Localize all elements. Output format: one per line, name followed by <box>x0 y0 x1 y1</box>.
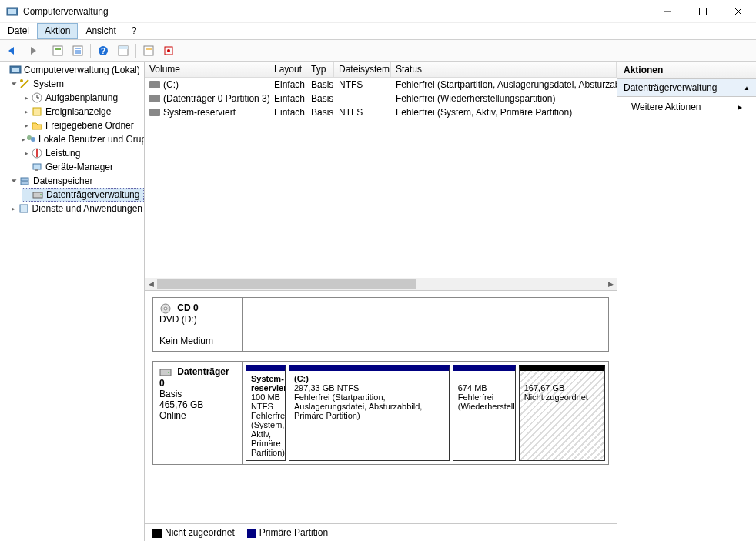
computer-icon <box>9 64 22 76</box>
separator <box>45 44 45 58</box>
toolbar-btn-4[interactable] <box>139 42 158 59</box>
col-typ[interactable]: Typ <box>306 62 334 77</box>
svg-rect-32 <box>35 169 38 171</box>
menu-datei[interactable]: Datei <box>0 23 37 39</box>
menu-help[interactable]: ? <box>124 23 145 39</box>
folder-share-icon <box>31 119 43 132</box>
svg-rect-7 <box>55 48 61 50</box>
toolbar-btn-5[interactable] <box>159 42 178 59</box>
svg-rect-31 <box>33 164 41 169</box>
tree-ereignisanzeige[interactable]: ▸Ereignisanzeige <box>22 105 144 119</box>
app-icon <box>6 5 18 18</box>
clock-icon <box>31 92 43 104</box>
tree-datenspeicher[interactable]: ⏷ Datenspeicher <box>9 174 144 188</box>
svg-rect-34 <box>21 182 28 185</box>
svg-point-39 <box>164 307 167 310</box>
disk-label: CD 0 DVD (D:) Kein Medium <box>153 298 243 351</box>
chevron-right-icon: ▶ <box>738 104 742 111</box>
drive-icon <box>149 109 160 116</box>
col-status[interactable]: Status <box>391 62 617 77</box>
collapse-icon: ▲ <box>744 85 750 92</box>
svg-rect-1 <box>8 9 16 14</box>
toolbar-btn-1[interactable] <box>49 42 67 59</box>
device-icon <box>31 161 43 173</box>
partition-unallocated[interactable]: 167,67 GBNicht zugeordnet <box>519 365 605 461</box>
svg-rect-26 <box>33 108 41 115</box>
minimize-button[interactable] <box>650 0 685 23</box>
separator <box>135 44 136 58</box>
back-button[interactable] <box>3 42 22 59</box>
actions-more[interactable]: Weitere Aktionen ▶ <box>617 97 756 117</box>
svg-point-19 <box>167 49 170 52</box>
volume-row[interactable]: System-reserviert Einfach Basis NTFS Feh… <box>145 105 617 119</box>
disk-0[interactable]: Datenträger 0 Basis 465,76 GB Online Sys… <box>152 361 609 465</box>
legend: Nicht zugeordnet Primäre Partition <box>145 523 617 541</box>
disk-partitions: System-reserviert100 MB NTFSFehlerfrei (… <box>243 362 608 464</box>
svg-rect-3 <box>700 8 707 15</box>
tree-root[interactable]: ▾ Computerverwaltung (Lokal) <box>0 63 144 77</box>
disk-label: Datenträger 0 Basis 465,76 GB Online <box>153 362 243 464</box>
col-fs[interactable]: Dateisystem <box>334 62 391 77</box>
forward-button[interactable] <box>23 42 42 59</box>
users-icon <box>25 133 36 145</box>
close-button[interactable] <box>721 0 756 23</box>
event-icon <box>31 105 43 118</box>
col-volume[interactable]: Volume <box>145 62 269 77</box>
help-button[interactable]: ? <box>94 42 112 59</box>
swatch-navy <box>247 529 256 538</box>
svg-point-22 <box>20 79 23 82</box>
volume-row[interactable]: (Datenträger 0 Partition 3) Einfach Basi… <box>145 92 617 105</box>
svg-rect-17 <box>146 48 152 50</box>
titlebar: Computerverwaltung <box>0 0 756 23</box>
center-pane: Volume Layout Typ Dateisystem Status (C:… <box>145 62 617 541</box>
tree-aufgabenplanung[interactable]: ▸Aufgabenplanung <box>22 91 144 105</box>
menu-aktion[interactable]: Aktion <box>37 23 78 39</box>
tree-benutzer[interactable]: ▸Lokale Benutzer und Gruppen <box>22 132 144 146</box>
main-area: ▾ Computerverwaltung (Lokal) ⏷ System ▸A… <box>0 62 756 541</box>
partition-system-reserved[interactable]: System-reserviert100 MB NTFSFehlerfrei (… <box>246 365 286 461</box>
partition-c[interactable]: (C:)297,33 GB NTFSFehlerfrei (Startparti… <box>289 365 450 461</box>
disk-partitions <box>243 298 608 351</box>
storage-icon <box>18 175 31 187</box>
toolbar: ? <box>0 40 756 62</box>
svg-rect-37 <box>20 205 28 212</box>
performance-icon <box>31 147 43 159</box>
svg-text:?: ? <box>101 47 105 55</box>
col-layout[interactable]: Layout <box>269 62 306 77</box>
legend-primary: Primäre Partition <box>247 527 328 538</box>
tree-datentraegerverwaltung[interactable]: ▸Datenträgerverwaltung <box>22 188 144 202</box>
hdd-icon <box>159 367 172 378</box>
svg-point-41 <box>168 372 169 373</box>
horizontal-scrollbar[interactable]: ◀ ▶ <box>145 278 617 290</box>
separator <box>90 44 91 58</box>
maximize-button[interactable] <box>685 0 721 23</box>
tree-geraete[interactable]: ▸Geräte-Manager <box>22 160 144 174</box>
svg-rect-16 <box>144 46 153 55</box>
disk-cd0[interactable]: CD 0 DVD (D:) Kein Medium <box>152 297 609 352</box>
drive-icon <box>149 95 160 102</box>
svg-rect-21 <box>12 68 19 72</box>
svg-rect-15 <box>119 46 128 49</box>
svg-point-28 <box>31 137 35 142</box>
drive-icon <box>149 81 160 88</box>
cd-icon <box>159 303 172 314</box>
disk-mgmt-icon <box>32 189 44 201</box>
volume-row[interactable]: (C:) Einfach Basis NTFS Fehlerfrei (Star… <box>145 78 617 92</box>
navigation-tree[interactable]: ▾ Computerverwaltung (Lokal) ⏷ System ▸A… <box>0 62 145 541</box>
tree-freigabe[interactable]: ▸Freigegebene Ordner <box>22 119 144 132</box>
actions-section[interactable]: Datenträgerverwaltung ▲ <box>617 79 756 97</box>
partition-recovery[interactable]: 674 MBFehlerfrei (Wiederherstellungspart… <box>453 365 516 461</box>
tools-icon <box>18 78 31 90</box>
toolbar-btn-2[interactable] <box>69 42 87 59</box>
disk-graphical-pane: CD 0 DVD (D:) Kein Medium Datenträger 0 … <box>145 291 617 523</box>
tree-leistung[interactable]: ▸Leistung <box>22 146 144 160</box>
toolbar-btn-3[interactable] <box>114 42 132 59</box>
svg-point-36 <box>40 194 42 195</box>
tree-system[interactable]: ⏷ System <box>9 77 144 91</box>
swatch-black <box>152 529 162 538</box>
actions-pane: Aktionen Datenträgerverwaltung ▲ Weitere… <box>617 62 756 541</box>
tree-dienste[interactable]: ▸Dienste und Anwendungen <box>9 202 144 215</box>
menu-ansicht[interactable]: Ansicht <box>78 23 123 39</box>
window-title: Computerverwaltung <box>23 6 650 17</box>
legend-unallocated: Nicht zugeordnet <box>152 527 235 538</box>
